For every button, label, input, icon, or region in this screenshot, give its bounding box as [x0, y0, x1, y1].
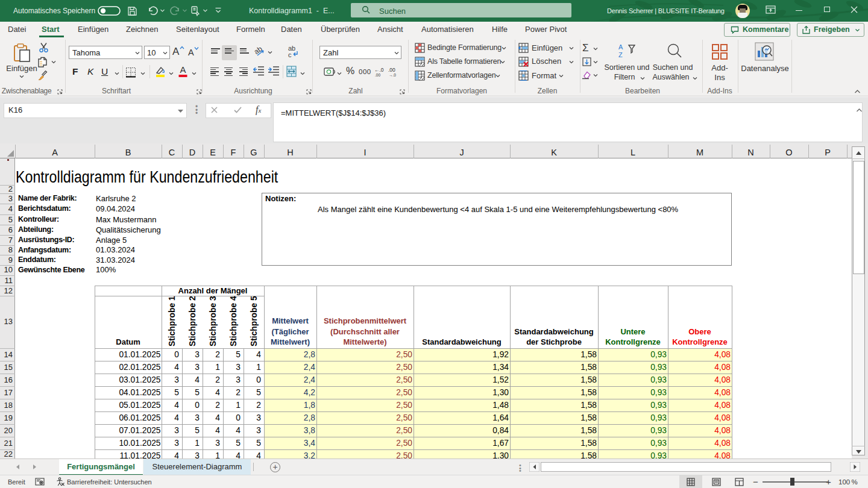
svg-text:.00: .00	[388, 67, 395, 73]
svg-text:→.0: →.0	[389, 73, 396, 77]
svg-text:c: c	[288, 51, 292, 58]
svg-text:←.0: ←.0	[374, 67, 384, 73]
svg-text:Z: Z	[618, 51, 623, 58]
svg-text:A: A	[180, 65, 186, 75]
svg-text:A: A	[618, 43, 623, 51]
svg-text:.00: .00	[375, 73, 380, 77]
